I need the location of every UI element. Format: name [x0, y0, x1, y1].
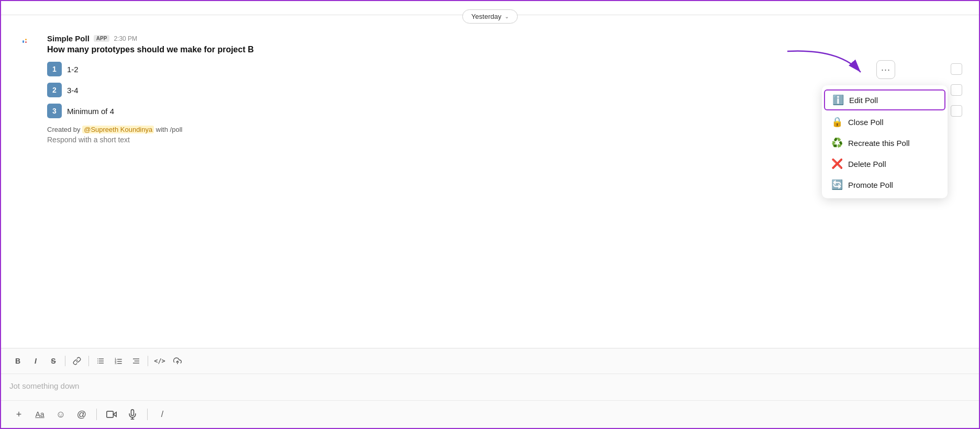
editor-area: B I S 1. 2.	[1, 348, 979, 428]
indent-button[interactable]	[128, 353, 144, 369]
svg-rect-10	[117, 359, 122, 359]
toolbar-divider	[148, 356, 148, 366]
svg-rect-11	[117, 361, 122, 362]
bottom-toolbar: + Aa ☺ @ /	[1, 400, 979, 428]
chat-container: Yesterday ⌄ ···	[1, 1, 979, 428]
mic-button[interactable]	[123, 405, 142, 424]
vote-button-1[interactable]	[951, 63, 962, 75]
slash-command-button[interactable]: /	[153, 405, 172, 424]
message-input[interactable]: Jot something down	[1, 374, 979, 400]
menu-item-close-poll-label: Close Poll	[848, 118, 884, 127]
option-number-1: 1	[47, 62, 62, 76]
message-header: Simple Poll APP 2:30 PM	[47, 34, 962, 43]
svg-rect-4	[99, 360, 104, 361]
svg-rect-5	[97, 363, 98, 363]
menu-item-recreate-poll[interactable]: ♻️ Recreate this Poll	[822, 132, 948, 153]
message-area: ··· Simple	[1, 28, 979, 348]
menu-item-delete-poll[interactable]: ❌ Delete Poll	[822, 153, 948, 174]
video-button[interactable]	[102, 405, 121, 424]
svg-rect-1	[97, 358, 98, 359]
menu-item-delete-poll-label: Delete Poll	[848, 160, 886, 168]
strikethrough-button[interactable]: S	[45, 353, 62, 369]
option-text-2: 3-4	[67, 86, 79, 95]
delete-poll-icon: ❌	[831, 158, 843, 170]
message-row: Simple Poll APP 2:30 PM How many prototy…	[18, 34, 962, 144]
edit-poll-icon: ℹ️	[832, 94, 844, 106]
menu-item-promote-poll[interactable]: 🔄 Promote Poll	[822, 174, 948, 195]
promote-poll-icon: 🔄	[831, 179, 843, 190]
svg-text:3.: 3.	[115, 362, 117, 365]
menu-item-promote-poll-label: Promote Poll	[848, 180, 893, 189]
svg-rect-15	[133, 363, 139, 363]
plus-button[interactable]: +	[9, 405, 28, 424]
option-text-3: Minimum of 4	[67, 107, 114, 116]
app-badge: APP	[94, 35, 110, 42]
mention[interactable]: @Supreeth Koundinya	[82, 126, 154, 133]
svg-rect-13	[133, 358, 139, 359]
menu-item-edit-poll[interactable]: ℹ️ Edit Poll	[824, 89, 945, 110]
formatting-toolbar: B I S 1. 2.	[1, 348, 979, 374]
poll-option: 1 1-2	[47, 62, 962, 76]
timestamp: 2:30 PM	[114, 35, 137, 42]
sender-name: Simple Poll	[47, 34, 90, 43]
date-separator: Yesterday ⌄	[1, 1, 979, 28]
svg-rect-14	[135, 360, 139, 361]
svg-rect-6	[99, 363, 104, 363]
emoji-button[interactable]: ☺	[51, 405, 70, 424]
more-options-button[interactable]: ···	[876, 60, 895, 79]
avatar	[18, 34, 41, 57]
svg-marker-17	[113, 412, 116, 416]
ordered-list-button[interactable]: 1. 2. 3.	[110, 353, 127, 369]
text-format-button[interactable]: Aa	[30, 405, 49, 424]
chevron-down-icon: ⌄	[505, 14, 509, 19]
date-pill[interactable]: Yesterday ⌄	[462, 9, 517, 24]
mention-button[interactable]: @	[72, 405, 91, 424]
poll-question: How many prototypes should we make for p…	[47, 45, 962, 54]
menu-item-recreate-poll-label: Recreate this Poll	[848, 139, 910, 148]
dropdown-menu: ℹ️ Edit Poll 🔒 Close Poll ♻️ Recreate th…	[822, 85, 948, 198]
bottom-divider	[147, 409, 148, 420]
italic-button[interactable]: I	[27, 353, 44, 369]
toolbar-divider	[65, 356, 65, 366]
upload-button[interactable]	[169, 353, 186, 369]
menu-item-edit-poll-label: Edit Poll	[849, 96, 878, 105]
option-number-2: 2	[47, 83, 62, 97]
vote-button-3[interactable]	[951, 105, 962, 117]
bold-button[interactable]: B	[9, 353, 26, 369]
vote-button-2[interactable]	[951, 84, 962, 96]
option-text-1: 1-2	[67, 65, 79, 74]
bottom-divider	[96, 409, 97, 420]
menu-item-close-poll[interactable]: 🔒 Close Poll	[822, 111, 948, 132]
editor-placeholder: Jot something down	[9, 381, 79, 390]
svg-rect-2	[99, 358, 104, 359]
toolbar-divider	[88, 356, 89, 366]
svg-rect-3	[97, 360, 98, 361]
option-number-3: 3	[47, 104, 62, 118]
unordered-list-button[interactable]	[92, 353, 109, 369]
date-label: Yesterday	[471, 13, 501, 20]
close-poll-icon: 🔒	[831, 116, 843, 128]
svg-rect-12	[117, 363, 122, 364]
link-button[interactable]	[69, 353, 85, 369]
svg-rect-18	[107, 411, 114, 417]
code-button[interactable]: </>	[151, 353, 168, 369]
recreate-poll-icon: ♻️	[831, 137, 843, 149]
